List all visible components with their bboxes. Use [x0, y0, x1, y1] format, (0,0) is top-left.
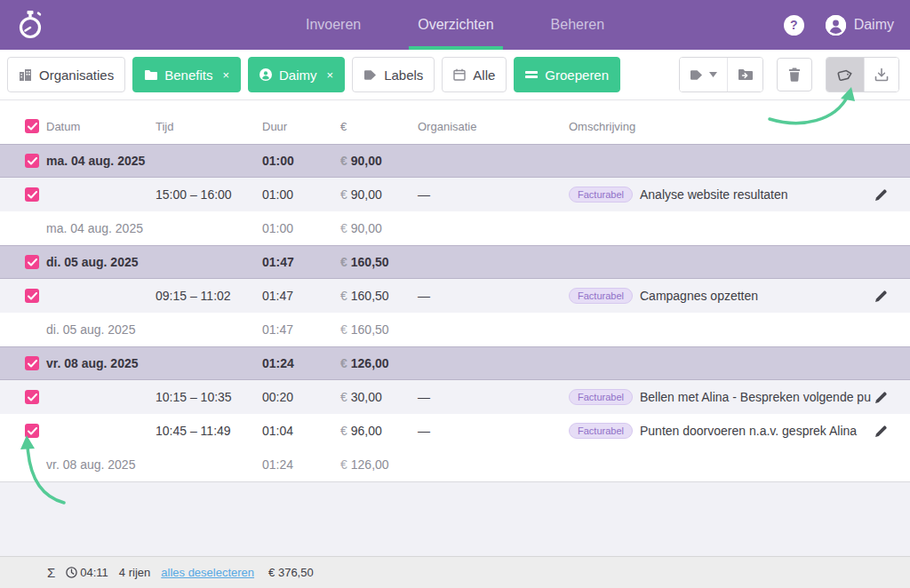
column-header-eur[interactable]: € [340, 120, 418, 133]
row-checkbox[interactable] [25, 187, 39, 202]
currency-symbol: € [340, 154, 347, 168]
row-checkbox[interactable] [25, 289, 39, 303]
duur-cell: 01:00 [262, 221, 340, 235]
column-header-organisatie[interactable]: Organisatie [418, 120, 569, 133]
filter-daimy-button[interactable]: Daimy × [248, 57, 345, 92]
clock-icon [66, 567, 77, 578]
amount-value: 96,00 [351, 424, 382, 438]
row-checkbox[interactable] [25, 154, 39, 168]
filter-labels-button[interactable]: Labels [352, 57, 435, 92]
move-to-folder-button[interactable] [727, 58, 762, 91]
stopwatch-logo-icon[interactable] [16, 9, 44, 41]
filter-periode-button[interactable]: Alle [442, 57, 507, 92]
check-icon [28, 360, 37, 368]
total-amount: € 376,50 [268, 566, 314, 579]
check-icon [28, 157, 37, 165]
table-row-group-3: di. 05 aug. 202501:47€160,50 [0, 245, 910, 279]
filter-labels-label: Labels [384, 68, 423, 83]
amount-cell: €90,00 [340, 154, 418, 168]
row-checkbox[interactable] [25, 390, 39, 404]
edit-entry-button[interactable] [874, 425, 888, 438]
organisatie-cell: — [418, 187, 569, 202]
amount-value: 126,00 [351, 356, 389, 370]
row-checkbox[interactable] [25, 255, 39, 269]
view-export-group [826, 57, 899, 92]
column-header-omschrijving[interactable]: Omschrijving [569, 120, 871, 133]
check-icon [28, 427, 37, 435]
header-right: ? Daimy [784, 0, 894, 50]
table-row-group-0: ma. 04 aug. 202501:00€90,00 [0, 144, 910, 178]
tijd-cell: 15:00 – 16:00 [156, 187, 262, 202]
show-labels-toggle[interactable] [826, 58, 864, 91]
table-header-row: Datum Tijd Duur € Organisatie Omschrijvi… [0, 100, 910, 144]
column-header-datum[interactable]: Datum [46, 120, 156, 133]
tag-icon [363, 69, 377, 81]
pencil-icon [874, 391, 888, 404]
delete-button[interactable] [777, 58, 812, 91]
datum-cell: vr. 08 aug. 2025 [46, 457, 156, 472]
entry-description: Punten doorvoeren n.a.v. gesprek Alina [640, 424, 857, 438]
duur-cell: 01:47 [262, 255, 340, 269]
pencil-icon [874, 188, 888, 202]
omschrijving-cell: FacturabelAnalyse website resultaten [569, 187, 871, 203]
amount-cell: €160,50 [340, 255, 418, 269]
filter-benefits-button[interactable]: Benefits × [132, 57, 241, 92]
remove-benefits-filter-icon[interactable]: × [222, 68, 229, 82]
filter-organisaties-button[interactable]: Organisaties [7, 57, 125, 92]
table-row-entry-4: 09:15 – 11:0201:47€160,50—FacturabelCamp… [0, 279, 910, 313]
column-header-tijd[interactable]: Tijd [156, 120, 262, 133]
edit-entry-button[interactable] [874, 391, 888, 404]
nav-beheren[interactable]: Beheren [542, 0, 614, 50]
duur-cell: 01:04 [262, 424, 340, 438]
empty-area [0, 482, 910, 556]
calendar-icon [453, 68, 466, 81]
datum-cell: ma. 04 aug. 2025 [46, 154, 156, 168]
facturabel-badge: Facturabel [569, 187, 633, 203]
edit-entry-button[interactable] [874, 290, 888, 303]
row-checkbox[interactable] [25, 424, 39, 438]
currency-symbol: € [340, 221, 347, 235]
table-toolbar [679, 57, 903, 92]
building-icon [19, 68, 32, 82]
check-icon [28, 393, 37, 401]
help-icon[interactable]: ? [784, 15, 804, 36]
filter-organisaties-label: Organisaties [39, 68, 114, 83]
entry-description: Bellen met Alina - Bespreken volgende pu… [640, 390, 871, 404]
amount-cell: €160,50 [340, 322, 418, 337]
totals-footer: Σ 04:11 4 rijen alles deselecteren € 376… [0, 556, 910, 588]
duur-cell: 01:24 [262, 356, 340, 370]
organisatie-cell: — [418, 424, 569, 438]
currency-symbol: € [340, 424, 347, 438]
download-button[interactable] [864, 58, 898, 91]
person-icon [259, 68, 272, 81]
currency-symbol: € [340, 322, 347, 337]
nav-invoeren[interactable]: Invoeren [297, 0, 370, 50]
currency-symbol: € [340, 187, 347, 202]
currency-symbol: € [340, 289, 347, 303]
row-checkbox[interactable] [25, 356, 39, 370]
trash-icon [788, 68, 801, 82]
filter-benefits-label: Benefits [164, 68, 212, 83]
amount-value: 160,50 [351, 322, 389, 337]
user-menu[interactable]: Daimy [826, 15, 894, 36]
time-entries-table: Datum Tijd Duur € Organisatie Omschrijvi… [0, 100, 910, 482]
deselect-all-link[interactable]: alles deselecteren [161, 566, 254, 579]
amount-cell: €90,00 [340, 221, 418, 235]
omschrijving-cell: FacturabelCampagnes opzetten [569, 288, 871, 304]
nav-overzichten[interactable]: Overzichten [409, 0, 502, 50]
table-row-entry-1: 15:00 – 16:0001:00€90,00—FacturabelAnaly… [0, 178, 910, 211]
check-icon [28, 191, 37, 199]
remove-daimy-filter-icon[interactable]: × [327, 68, 334, 82]
filter-bar: Organisaties Benefits × Daimy × Labels [0, 50, 910, 100]
table-row-group-6: vr. 08 aug. 202501:24€126,00 [0, 346, 910, 380]
tijd-cell: 10:15 – 10:35 [156, 390, 262, 404]
assign-label-dropdown[interactable] [680, 58, 727, 91]
filter-periode-label: Alle [473, 68, 495, 83]
check-icon [28, 258, 37, 266]
edit-entry-button[interactable] [874, 188, 888, 202]
select-all-checkbox[interactable] [25, 119, 39, 133]
duur-cell: 01:47 [262, 289, 340, 303]
column-header-duur[interactable]: Duur [262, 120, 340, 133]
user-avatar-icon [826, 15, 846, 36]
groeperen-button[interactable]: Groeperen [514, 57, 620, 92]
